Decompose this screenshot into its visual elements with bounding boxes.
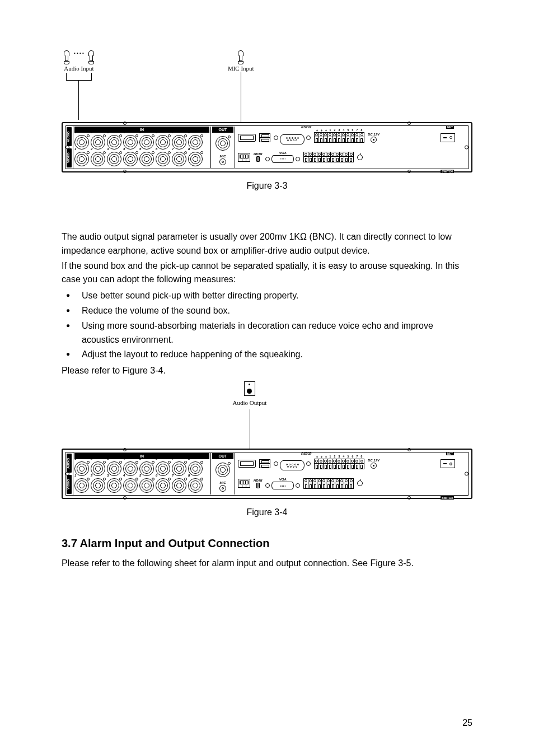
- hex-screw-icon: [274, 461, 278, 466]
- mic-port-label: MIC: [220, 481, 226, 484]
- figure-3-3-diagram: • • • • Audio Input MIC Input: [62, 50, 472, 172]
- squeaking-intro: If the sound box and the pick-up cannot …: [62, 259, 472, 287]
- rs232-port-icon: [280, 460, 305, 470]
- figure-3-3-caption: Figure 3-3: [62, 181, 472, 191]
- measure-item-1: Use better sound pick-up with better dir…: [62, 289, 472, 303]
- bnc-audio-in-8: 8: [188, 461, 203, 476]
- audio-row-label: AUDIO: [67, 127, 72, 146]
- bnc-audio-in-3: 3: [107, 135, 121, 150]
- switch-label: SWITCH: [441, 170, 454, 173]
- bnc-video-in-2: 2: [91, 152, 105, 166]
- alarm-terminal-upper-icon: ⏚⏚⏚12345678: [314, 459, 364, 469]
- refer-figure-3-4: Please refer to Figure 3-4.: [62, 364, 472, 378]
- bnc-audio-in-5: 5: [139, 461, 154, 476]
- out-label: OUT: [212, 453, 233, 459]
- bnc-audio-in-7: 7: [172, 461, 186, 476]
- page-number: 25: [462, 718, 472, 728]
- bnc-video-in-5: 5: [139, 152, 154, 166]
- bnc-audio-out: [216, 463, 230, 477]
- video-row-label: VIDEO: [67, 148, 72, 167]
- bnc-video-in-3: 3: [107, 478, 121, 493]
- esata-port-icon: [238, 460, 256, 468]
- section-3-7-heading: 3.7 Alarm Input and Output Connection: [62, 537, 472, 550]
- mic-port-icon: [219, 158, 226, 165]
- measure-item-4: Adjust the layout to reduce happening of…: [62, 348, 472, 362]
- ethernet-port-icon: [238, 153, 250, 162]
- bnc-video-in-4: 4: [123, 478, 138, 493]
- dc12v-label: DC 12V: [368, 133, 380, 136]
- measure-item-3: Using more sound-absorbing materials in …: [62, 319, 472, 347]
- audio-row-label: AUDIO: [67, 454, 72, 473]
- power-switch-icon: [441, 133, 455, 142]
- hex-screw-icon: [296, 483, 300, 488]
- video-row-label: VIDEO: [67, 475, 72, 494]
- bnc-audio-in-6: 6: [156, 135, 170, 150]
- mic-port-label: MIC: [220, 155, 226, 158]
- bnc-audio-in-2: 2: [91, 461, 105, 476]
- bnc-audio-out: [216, 136, 230, 151]
- usb-ports-icon: [259, 459, 270, 468]
- audio-output-label: Audio Output: [233, 399, 267, 406]
- ground-screw-icon: [357, 155, 363, 160]
- bnc-video-in-4: 4: [123, 152, 138, 166]
- ground-screw-icon: [357, 480, 363, 486]
- vga-port-icon: ∷∷∷: [271, 482, 294, 489]
- hex-screw-icon: [306, 461, 311, 466]
- dvr-back-panel: AUDIO VIDEO IN 1 2 3 4 5 6 7: [62, 122, 472, 172]
- dc12v-label: DC 12V: [368, 459, 380, 462]
- dc-jack-icon: [371, 137, 377, 143]
- figure-3-4-diagram: Audio Output AUDIO VIDEO IN 1 2: [62, 381, 472, 499]
- measures-list: Use better sound pick-up with better dir…: [62, 289, 472, 362]
- bnc-video-in-3: 3: [107, 152, 121, 166]
- hdmi-port-icon: [257, 157, 259, 161]
- bnc-audio-in-5: 5: [139, 135, 154, 150]
- hdmi-label: HDMI: [254, 152, 262, 156]
- hex-screw-icon: [306, 136, 311, 140]
- figure-3-4-caption: Figure 3-4: [62, 507, 472, 517]
- bnc-audio-in-8: 8: [188, 135, 203, 150]
- bnc-audio-in-4: 4: [123, 135, 138, 150]
- section-3-7-body: Please refer to the following sheet for …: [62, 557, 472, 571]
- bnc-video-in-8: 8: [188, 478, 203, 493]
- net-label: NET: [446, 125, 454, 129]
- bnc-video-in-1: 1: [74, 478, 89, 493]
- alarm-terminal-upper-icon: ⏚⏚⏚12345678: [314, 132, 364, 143]
- mic-port-icon: [219, 485, 226, 492]
- dc-jack-icon: [371, 463, 377, 469]
- bnc-video-in-5: 5: [139, 478, 154, 493]
- switch-label: SWITCH: [441, 496, 454, 500]
- measure-item-2: Reduce the volume of the sound box.: [62, 304, 472, 318]
- esata-port-icon: [238, 134, 256, 142]
- net-label: NET: [446, 452, 454, 455]
- bnc-audio-in-2: 2: [91, 135, 105, 150]
- hex-screw-icon: [265, 483, 270, 488]
- hdmi-label: HDMI: [254, 479, 262, 482]
- speaker-icon: [244, 381, 255, 396]
- bnc-audio-in-6: 6: [156, 461, 170, 476]
- audio-input-group: • • • • Audio Input: [62, 50, 96, 122]
- bnc-audio-in-7: 7: [172, 135, 186, 150]
- alarm-terminal-lower-icon: [303, 152, 354, 162]
- power-switch-icon: [441, 459, 455, 468]
- bnc-video-in-6: 6: [156, 152, 170, 166]
- alarm-terminal-lower-icon: [303, 478, 354, 489]
- vga-label: VGA: [279, 478, 287, 481]
- hdmi-port-icon: [257, 483, 259, 488]
- usb-ports-icon: [259, 133, 270, 142]
- bnc-audio-in-1: 1: [74, 135, 89, 150]
- mic-input-label: MIC Input: [228, 65, 254, 72]
- bnc-video-in-8: 8: [188, 152, 203, 166]
- rs232-port-icon: [280, 134, 305, 144]
- bnc-video-in-6: 6: [156, 478, 170, 493]
- bnc-audio-in-1: 1: [74, 461, 89, 476]
- dvr-back-panel-2: AUDIO VIDEO IN 1 2 3 4 5 6 7: [62, 449, 472, 499]
- audio-output-description: The audio output signal parameter is usu…: [62, 230, 472, 258]
- rs232-label: RS232: [301, 125, 311, 129]
- bnc-video-in-7: 7: [172, 152, 186, 166]
- out-label: OUT: [212, 127, 233, 133]
- ethernet-port-icon: [238, 479, 250, 488]
- audio-input-label: Audio Input: [64, 65, 93, 72]
- bnc-audio-in-4: 4: [123, 461, 138, 476]
- vga-label: VGA: [279, 151, 287, 155]
- ellipsis-icon: • • • •: [74, 50, 84, 55]
